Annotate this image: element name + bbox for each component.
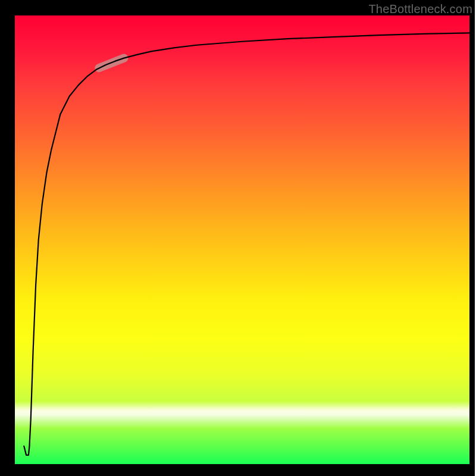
bottleneck-curve	[24, 33, 469, 455]
chart-stage: TheBottleneck.com	[0, 0, 476, 476]
curve-layer	[15, 15, 469, 464]
plot-area	[15, 15, 469, 464]
watermark-text: TheBottleneck.com	[368, 2, 472, 16]
